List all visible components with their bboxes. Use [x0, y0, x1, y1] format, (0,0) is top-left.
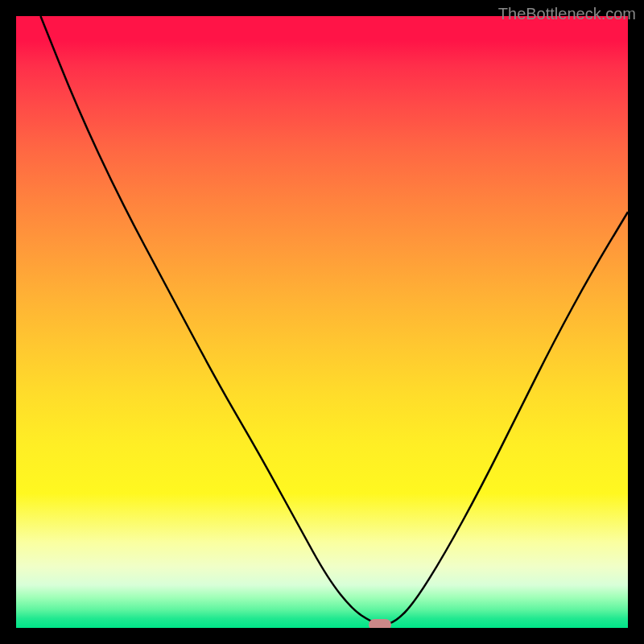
- optimal-point-marker: [369, 619, 391, 628]
- bottleneck-curve: [16, 16, 628, 628]
- plot-area: [16, 16, 628, 628]
- chart-container: TheBottleneck.com: [0, 0, 644, 644]
- attribution-text: TheBottleneck.com: [498, 5, 636, 23]
